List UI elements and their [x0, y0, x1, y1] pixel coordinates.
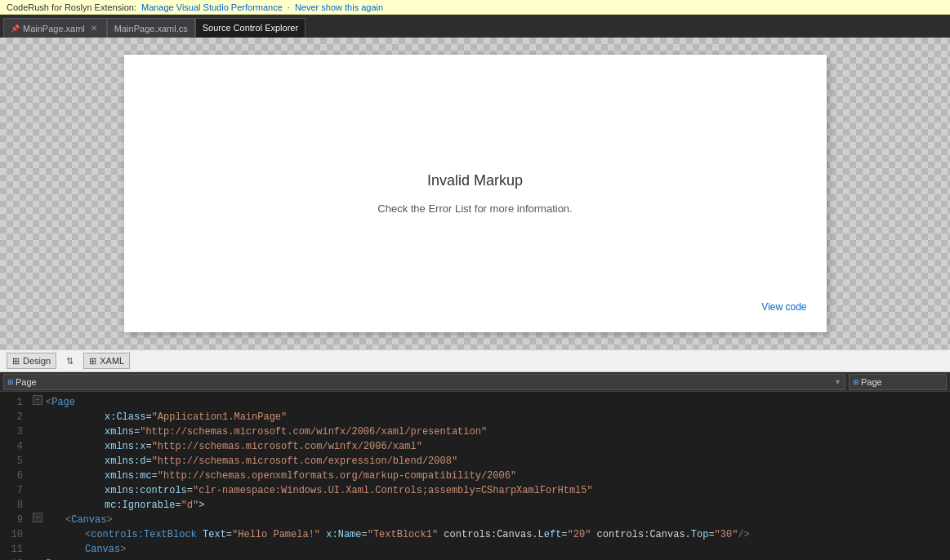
collapse-button[interactable]: −: [33, 395, 42, 405]
code-line: 2x:Class="Application1.MainPage": [7, 410, 950, 424]
line-number: 3: [10, 424, 33, 439]
line-number: 10: [10, 527, 33, 542]
line-content: xmlns="http://schemas.microsoft.com/winf…: [105, 424, 487, 439]
tab-label: MainPage.xaml: [23, 24, 85, 33]
right-selector-label: Page: [861, 377, 882, 387]
line-content: xmlns:x="http://schemas.microsoft.com/wi…: [105, 439, 422, 454]
line-content: xmlns:mc="http://schemas.openxmlformats.…: [105, 469, 516, 483]
notification-text: CodeRush for Roslyn Extension:: [7, 2, 136, 12]
xaml-label: XAML: [100, 356, 124, 366]
code-line: 1−<Page: [7, 395, 950, 410]
code-line: 5xmlns:d="http://schemas.microsoft.com/e…: [7, 454, 950, 469]
tab-source-control[interactable]: Source Control Explorer: [195, 18, 306, 38]
code-line: 11Canvas>: [7, 542, 950, 557]
left-selector-icon: ⊞: [7, 378, 14, 386]
line-number: 7: [10, 483, 33, 498]
tab-bar: 📌 MainPage.xaml ✕ MainPage.xaml.cs Sourc…: [0, 15, 950, 38]
xaml-selector-bar: ⊞ Page ▼ ⊞ Page: [0, 372, 950, 392]
line-content: Page>: [46, 557, 75, 560]
dropdown-arrow-icon: ▼: [834, 378, 841, 386]
line-content: x:Class="Application1.MainPage": [105, 410, 287, 424]
line-content: Canvas>: [85, 542, 126, 557]
code-line: 10<controls:TextBlock Text="Hello Pamela…: [7, 527, 950, 542]
xaml-button[interactable]: ⊞ XAML: [83, 353, 130, 369]
notification-link1[interactable]: Manage Visual Studio Performance: [141, 2, 283, 12]
code-line: 8mc:Ignorable="d">: [7, 498, 950, 513]
xaml-pane: ⊞ Page ▼ ⊞ Page 1−<Page2x:Class="Applica…: [0, 372, 950, 560]
right-selector-icon: ⊞: [853, 378, 859, 386]
designer-area: ▲ ▼ Invalid Markup Check the Error List …: [0, 38, 950, 349]
code-line: 7xmlns:controls="clr-namespace:Windows.U…: [7, 483, 950, 498]
line-content: <controls:TextBlock Text="Hello Pamela!"…: [85, 527, 750, 542]
design-button[interactable]: ⊞ Design: [7, 353, 56, 369]
line-number: 8: [10, 498, 33, 513]
design-xaml-toolbar: ⊞ Design ⇅ ⊞ XAML: [0, 349, 950, 372]
invalid-markup-desc: Check the Error List for more informatio…: [377, 202, 572, 215]
close-tab-button[interactable]: ✕: [88, 23, 100, 34]
tab-label: MainPage.xaml.cs: [114, 24, 188, 33]
code-content[interactable]: 1−<Page2x:Class="Application1.MainPage"3…: [0, 392, 950, 560]
tab-label: Source Control Explorer: [203, 23, 298, 33]
pin-icon: 📌: [11, 24, 20, 33]
line-content: xmlns:d="http://schemas.microsoft.com/ex…: [105, 454, 457, 469]
tab-mainpage-cs[interactable]: MainPage.xaml.cs: [107, 18, 195, 38]
design-icon: ⊞: [12, 356, 20, 367]
line-content: xmlns:controls="clr-namespace:Windows.UI…: [105, 483, 593, 498]
line-number: 5: [10, 454, 33, 469]
code-line: 3xmlns="http://schemas.microsoft.com/win…: [7, 424, 950, 439]
line-number: 11: [10, 542, 33, 557]
line-number: 2: [10, 410, 33, 424]
line-number: 12: [10, 557, 33, 560]
designer-canvas: Invalid Markup Check the Error List for …: [0, 38, 950, 349]
invalid-markup-title: Invalid Markup: [427, 172, 523, 189]
line-content: <Page: [46, 395, 75, 410]
notification-separator: ·: [288, 2, 290, 12]
line-number: 9: [10, 513, 33, 527]
design-surface: Invalid Markup Check the Error List for …: [124, 55, 827, 332]
line-number: 1: [10, 395, 33, 410]
code-line: 9−<Canvas>: [7, 513, 950, 527]
code-editor: 1−<Page2x:Class="Application1.MainPage"3…: [0, 392, 950, 560]
design-label: Design: [23, 356, 51, 366]
notification-link2[interactable]: Never show this again: [295, 2, 383, 12]
code-line: 4xmlns:x="http://schemas.microsoft.com/w…: [7, 439, 950, 454]
left-selector[interactable]: ⊞ Page ▼: [3, 374, 845, 390]
code-line: 12Page>: [7, 557, 950, 560]
main-area: ▲ ▼ Invalid Markup Check the Error List …: [0, 38, 950, 560]
tab-mainpage-xaml[interactable]: 📌 MainPage.xaml ✕: [3, 18, 107, 38]
swap-icon[interactable]: ⇅: [66, 356, 74, 367]
line-number: 4: [10, 439, 33, 454]
collapse-button[interactable]: −: [33, 513, 42, 522]
line-number: 6: [10, 469, 33, 483]
xaml-icon: ⊞: [89, 356, 96, 367]
left-selector-label: Page: [16, 377, 37, 387]
view-code-link[interactable]: View code: [761, 301, 806, 313]
code-line: 6xmlns:mc="http://schemas.openxmlformats…: [7, 469, 950, 483]
notification-bar: CodeRush for Roslyn Extension: Manage Vi…: [0, 0, 950, 15]
line-content: <Canvas>: [65, 513, 113, 527]
right-selector[interactable]: ⊞ Page: [849, 374, 947, 390]
line-content: mc:Ignorable="d">: [105, 498, 204, 513]
